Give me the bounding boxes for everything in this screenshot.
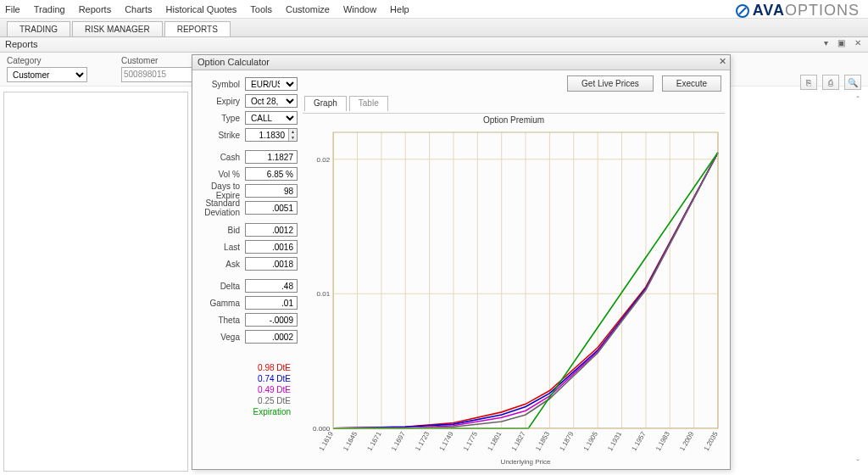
chart-svg: 0.0000.010.021.16191.16451.16711.16971.1…: [303, 127, 725, 467]
gamma-label: Gamma: [196, 299, 242, 308]
svg-text:1.1905: 1.1905: [582, 430, 599, 452]
panel-window-controls[interactable]: ▾ ▣ ✕: [824, 38, 865, 48]
get-live-prices-button[interactable]: Get Live Prices: [567, 75, 654, 92]
tab-reports[interactable]: REPORTS: [164, 21, 231, 36]
svg-text:0.02: 0.02: [317, 156, 331, 164]
last-label: Last: [196, 243, 242, 252]
sd-input[interactable]: [245, 201, 298, 215]
svg-text:1.1853: 1.1853: [534, 430, 551, 452]
type-label: Type: [196, 114, 242, 123]
theta-input[interactable]: [245, 313, 298, 327]
svg-text:0.01: 0.01: [317, 290, 331, 298]
vol-label: Vol %: [196, 170, 242, 179]
tab-risk-manager[interactable]: RISK MANAGER: [72, 21, 163, 36]
menu-tools[interactable]: Tools: [250, 4, 272, 14]
chart-legend: 0.98 DtE 0.74 DtE 0.49 DtE 0.25 DtE Expi…: [196, 362, 298, 417]
modal-title: Option Calculator: [198, 57, 270, 67]
category-select[interactable]: Customer: [7, 67, 87, 82]
graph-tab-table[interactable]: Table: [349, 96, 388, 111]
expiry-select[interactable]: Oct 28, 2020: [245, 94, 298, 108]
vol-input[interactable]: [245, 167, 298, 181]
svg-text:1.1879: 1.1879: [558, 430, 575, 452]
svg-text:Underlying Price: Underlying Price: [501, 458, 551, 466]
chart-title: Option Premium: [303, 114, 725, 125]
strike-down-icon[interactable]: ▼: [288, 135, 297, 141]
svg-text:1.1827: 1.1827: [510, 430, 527, 452]
toolbar-print-icon[interactable]: ⎙: [822, 75, 839, 90]
svg-text:1.1645: 1.1645: [342, 430, 359, 452]
graph-tab-graph[interactable]: Graph: [304, 96, 347, 111]
vega-label: Vega: [196, 332, 242, 342]
strike-up-icon[interactable]: ▲: [288, 129, 297, 135]
category-label: Category: [7, 56, 87, 65]
type-select[interactable]: CALL: [245, 111, 298, 125]
menu-reports[interactable]: Reports: [79, 4, 112, 14]
legend-025: 0.25 DtE: [196, 395, 298, 406]
strike-stepper[interactable]: ▲▼: [245, 128, 298, 142]
menu-charts[interactable]: Charts: [125, 4, 152, 14]
svg-text:1.1723: 1.1723: [414, 430, 431, 452]
customer-label: Customer: [121, 56, 202, 65]
scroll-up-arrow[interactable]: ˆ: [851, 95, 865, 109]
calculator-inputs: SymbolEUR/USD ExpiryOct 28, 2020 TypeCAL…: [192, 70, 301, 469]
graph-tab-bar: Graph Table: [301, 96, 730, 111]
menu-historical-quotes[interactable]: Historical Quotes: [166, 4, 237, 14]
bid-label: Bid: [196, 226, 242, 235]
svg-text:1.1671: 1.1671: [366, 430, 383, 452]
last-input[interactable]: [245, 240, 298, 254]
close-icon[interactable]: ✕: [719, 56, 726, 67]
menu-trading[interactable]: Trading: [34, 4, 65, 14]
svg-text:1.1957: 1.1957: [631, 430, 648, 452]
reports-tree-panel: [3, 92, 188, 472]
strike-label: Strike: [196, 131, 242, 140]
svg-text:1.2009: 1.2009: [678, 430, 695, 452]
menu-window[interactable]: Window: [343, 4, 376, 14]
legend-074: 0.74 DtE: [196, 373, 298, 384]
app-logo: AVAOPTIONS: [734, 2, 860, 20]
reports-panel-title: Reports: [5, 39, 38, 49]
menu-customize[interactable]: Customize: [286, 4, 330, 14]
modal-title-bar[interactable]: Option Calculator ✕: [192, 55, 730, 70]
logo-icon: [734, 3, 751, 20]
execute-button[interactable]: Execute: [662, 75, 721, 92]
svg-text:1.1697: 1.1697: [390, 430, 407, 452]
delta-input[interactable]: [245, 279, 298, 293]
dte-input[interactable]: [245, 184, 298, 198]
legend-049: 0.49 DtE: [196, 384, 298, 395]
svg-text:1.2035: 1.2035: [703, 430, 720, 452]
cash-input[interactable]: [245, 150, 298, 164]
expiry-label: Expiry: [196, 97, 242, 106]
sd-label: Standard Deviation: [196, 198, 242, 217]
svg-text:1.1749: 1.1749: [438, 430, 455, 452]
option-calculator-window: Option Calculator ✕ SymbolEUR/USD Expiry…: [192, 54, 731, 470]
dte-label: Days to Expire: [196, 182, 242, 200]
svg-text:1.1983: 1.1983: [654, 430, 671, 452]
delta-label: Delta: [196, 282, 242, 291]
svg-text:1.1931: 1.1931: [606, 430, 623, 452]
legend-expiration: Expiration: [196, 406, 298, 417]
chart-area: Option Premium 0.0000.010.021.16191.1645…: [303, 113, 725, 467]
symbol-label: Symbol: [196, 80, 242, 89]
menu-help[interactable]: Help: [390, 4, 409, 14]
scroll-down-arrow[interactable]: ˇ: [851, 458, 865, 472]
ask-input[interactable]: [245, 257, 298, 271]
svg-text:1.1801: 1.1801: [486, 430, 503, 452]
toolbar-search-icon[interactable]: 🔍: [844, 75, 861, 90]
toolbar-export-icon[interactable]: ⎘: [800, 75, 817, 90]
vega-input[interactable]: [245, 330, 298, 344]
ask-label: Ask: [196, 260, 242, 269]
gamma-input[interactable]: [245, 296, 298, 310]
theta-label: Theta: [196, 316, 242, 325]
customer-value[interactable]: 500898015: [121, 67, 202, 82]
svg-text:1.1775: 1.1775: [462, 430, 479, 452]
bid-input[interactable]: [245, 223, 298, 237]
menu-file[interactable]: File: [5, 4, 20, 14]
cash-label: Cash: [196, 153, 242, 162]
graph-panel: Get Live Prices Execute Graph Table Opti…: [301, 70, 730, 469]
reports-panel-header: Reports ▾ ▣ ✕: [0, 37, 868, 53]
legend-098: 0.98 DtE: [196, 362, 298, 373]
tab-trading[interactable]: TRADING: [7, 21, 70, 36]
main-tab-bar: TRADING RISK MANAGER REPORTS: [0, 19, 868, 37]
symbol-select[interactable]: EUR/USD: [245, 77, 298, 91]
svg-text:1.1619: 1.1619: [318, 430, 335, 452]
